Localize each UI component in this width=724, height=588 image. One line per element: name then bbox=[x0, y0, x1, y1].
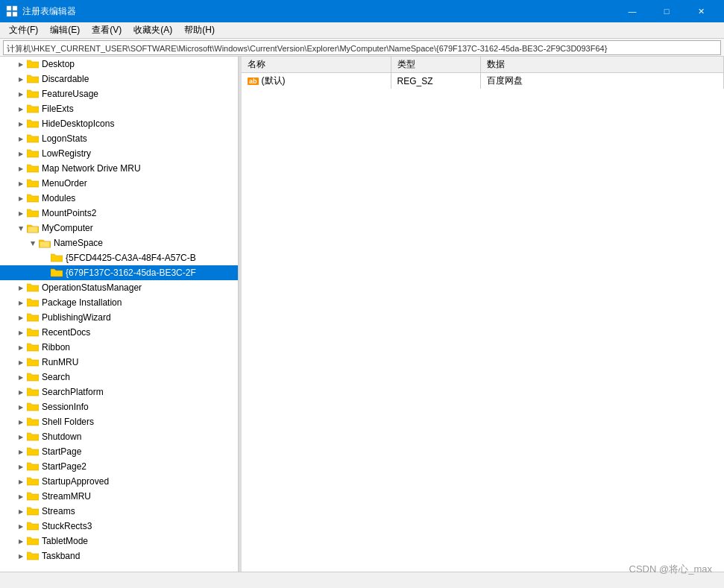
tree-item-shellfolders[interactable]: Shell Folders bbox=[0, 414, 238, 429]
expand-arrow-shellfolders[interactable] bbox=[15, 416, 27, 428]
folder-icon-shellfolders bbox=[27, 416, 39, 428]
menu-view[interactable]: 查看(V) bbox=[86, 22, 128, 38]
expand-arrow-tabletmode[interactable] bbox=[15, 535, 27, 547]
menu-favorites[interactable]: 收藏夹(A) bbox=[128, 22, 178, 38]
expand-arrow-modules[interactable] bbox=[15, 192, 27, 204]
expand-arrow-shutdown[interactable] bbox=[15, 431, 27, 443]
tree-item-publishingwizard[interactable]: PublishingWizard bbox=[0, 310, 238, 325]
tree-item-fileexts[interactable]: FileExts bbox=[0, 101, 238, 116]
tree-item-startupapproved[interactable]: StartupApproved bbox=[0, 474, 238, 489]
tree-item-streammru[interactable]: StreamMRU bbox=[0, 489, 238, 504]
tree-item-ribbon[interactable]: Ribbon bbox=[0, 340, 238, 355]
folder-icon-recentdocs bbox=[27, 326, 39, 338]
tree-item-search[interactable]: Search bbox=[0, 370, 238, 385]
tree-item-guid1[interactable]: {5FCD4425-CA3A-48F4-A57C-B bbox=[0, 250, 238, 265]
tree-label-search: Search bbox=[42, 372, 70, 382]
folder-icon-hidedesktopicons bbox=[27, 118, 39, 130]
tree-item-tabletmode[interactable]: TabletMode bbox=[0, 534, 238, 549]
expand-arrow-menuorder[interactable] bbox=[15, 177, 27, 189]
expand-arrow-mapnetwork[interactable] bbox=[15, 162, 27, 174]
tree-item-searchplatform[interactable]: SearchPlatform bbox=[0, 385, 238, 399]
expand-arrow-publishingwizard[interactable] bbox=[15, 312, 27, 323]
tree-item-featureusage[interactable]: FeatureUsage bbox=[0, 86, 238, 101]
expand-arrow-startpage2[interactable] bbox=[15, 461, 27, 472]
tree-item-mountpoints2[interactable]: MountPoints2 bbox=[0, 206, 238, 221]
col-header-name[interactable]: 名称 bbox=[242, 57, 391, 73]
tree-item-startpage2[interactable]: StartPage2 bbox=[0, 459, 238, 474]
folder-icon-menuorder bbox=[27, 177, 39, 189]
tree-item-runmru[interactable]: RunMRU bbox=[0, 355, 238, 370]
tree-item-modules[interactable]: Modules bbox=[0, 191, 238, 206]
tree-label-hidedesktopicons: HideDesktopIcons bbox=[42, 118, 114, 129]
tree-item-packageinst[interactable]: Package Installation bbox=[0, 295, 238, 310]
expand-arrow-streammru[interactable] bbox=[15, 490, 27, 502]
tree-item-streams[interactable]: Streams bbox=[0, 504, 238, 519]
menu-help[interactable]: 帮助(H) bbox=[178, 22, 221, 38]
expand-arrow-search[interactable] bbox=[15, 371, 27, 383]
expand-arrow-searchplatform[interactable] bbox=[15, 386, 27, 398]
expand-arrow-startpage[interactable] bbox=[15, 446, 27, 458]
expand-arrow-mycomputer[interactable] bbox=[15, 222, 27, 234]
expand-arrow-packageinst[interactable] bbox=[15, 297, 27, 309]
tree-label-stuckrects3: StuckRects3 bbox=[42, 521, 92, 531]
close-button[interactable]: ✕ bbox=[684, 0, 718, 22]
tree-item-menuorder[interactable]: MenuOrder bbox=[0, 176, 238, 191]
tree-item-stuckrects3[interactable]: StuckRects3 bbox=[0, 519, 238, 534]
expand-arrow-hidedesktopicons[interactable] bbox=[15, 118, 27, 130]
menu-edit[interactable]: 编辑(E) bbox=[44, 22, 86, 38]
expand-arrow-stuckrects3[interactable] bbox=[15, 520, 27, 532]
expand-arrow-featureusage[interactable] bbox=[15, 88, 27, 100]
tree-item-sessioninfo[interactable]: SessionInfo bbox=[0, 399, 238, 414]
tree-label-mycomputer: MyComputer bbox=[42, 223, 93, 233]
expand-arrow-discardable[interactable] bbox=[15, 73, 27, 85]
expand-arrow-fileexts[interactable] bbox=[15, 103, 27, 115]
folder-icon-streams bbox=[27, 505, 39, 517]
col-header-type[interactable]: 类型 bbox=[391, 57, 480, 73]
watermark: CSDN @将心_max bbox=[629, 563, 712, 576]
tree-item-taskband[interactable]: Taskband bbox=[0, 549, 238, 563]
expand-arrow-taskband[interactable] bbox=[15, 550, 27, 562]
tree-item-operationstatus[interactable]: OperationStatusManager bbox=[0, 280, 238, 295]
folder-icon-ribbon bbox=[27, 341, 39, 353]
folder-icon-mapnetwork bbox=[27, 162, 39, 174]
tree-item-hidedesktopicons[interactable]: HideDesktopIcons bbox=[0, 116, 238, 131]
expand-arrow-recentdocs[interactable] bbox=[15, 326, 27, 338]
expand-arrow-desktop[interactable] bbox=[15, 58, 27, 70]
tree-item-recentdocs[interactable]: RecentDocs bbox=[0, 325, 238, 340]
expand-arrow-streams[interactable] bbox=[15, 505, 27, 517]
tree-item-discardable[interactable]: Discardable bbox=[0, 72, 238, 86]
table-row[interactable]: ab(默认)REG_SZ百度网盘 bbox=[242, 73, 724, 89]
tree-label-guid2: {679F137C-3162-45da-BE3C-2F bbox=[66, 268, 196, 278]
tree-item-mycomputer[interactable]: MyComputer bbox=[0, 221, 238, 235]
folder-icon-guid2 bbox=[51, 267, 63, 279]
expand-arrow-operationstatus[interactable] bbox=[15, 282, 27, 294]
expand-arrow-sessioninfo[interactable] bbox=[15, 401, 27, 413]
expand-arrow-logonstats[interactable] bbox=[15, 133, 27, 145]
main-area: Desktop Discardable FeatureUsage FileExt… bbox=[0, 57, 724, 572]
maximize-button[interactable]: □ bbox=[649, 0, 684, 22]
tree-item-lowregistry[interactable]: LowRegistry bbox=[0, 146, 238, 161]
menu-file[interactable]: 文件(F) bbox=[3, 22, 44, 38]
tree-item-desktop[interactable]: Desktop bbox=[0, 57, 238, 72]
svg-rect-0 bbox=[7, 6, 11, 10]
registry-table: 名称 类型 数据 ab(默认)REG_SZ百度网盘 bbox=[242, 57, 724, 89]
tree-item-guid2[interactable]: {679F137C-3162-45da-BE3C-2F bbox=[0, 265, 238, 280]
tree-item-mapnetwork[interactable]: Map Network Drive MRU bbox=[0, 161, 238, 176]
tree-item-startpage[interactable]: StartPage bbox=[0, 444, 238, 459]
folder-icon-startpage bbox=[27, 446, 39, 458]
minimize-button[interactable]: — bbox=[615, 0, 649, 22]
expand-arrow-runmru[interactable] bbox=[15, 356, 27, 368]
tree-item-namespace[interactable]: NameSpace bbox=[0, 235, 238, 250]
tree-item-logonstats[interactable]: LogonStats bbox=[0, 131, 238, 146]
tree-label-logonstats: LogonStats bbox=[42, 133, 87, 144]
expand-arrow-mountpoints2[interactable] bbox=[15, 207, 27, 219]
tree-item-shutdown[interactable]: Shutdown bbox=[0, 429, 238, 444]
expand-arrow-ribbon[interactable] bbox=[15, 341, 27, 353]
expand-arrow-namespace[interactable] bbox=[27, 237, 39, 249]
tree-scroll[interactable]: Desktop Discardable FeatureUsage FileExt… bbox=[0, 57, 238, 572]
col-header-data[interactable]: 数据 bbox=[480, 57, 724, 73]
address-path[interactable]: 计算机\HKEY_CURRENT_USER\SOFTWARE\Microsoft… bbox=[3, 40, 721, 55]
expand-arrow-lowregistry[interactable] bbox=[15, 148, 27, 159]
tree-label-shellfolders: Shell Folders bbox=[42, 417, 94, 427]
expand-arrow-startupapproved[interactable] bbox=[15, 475, 27, 487]
